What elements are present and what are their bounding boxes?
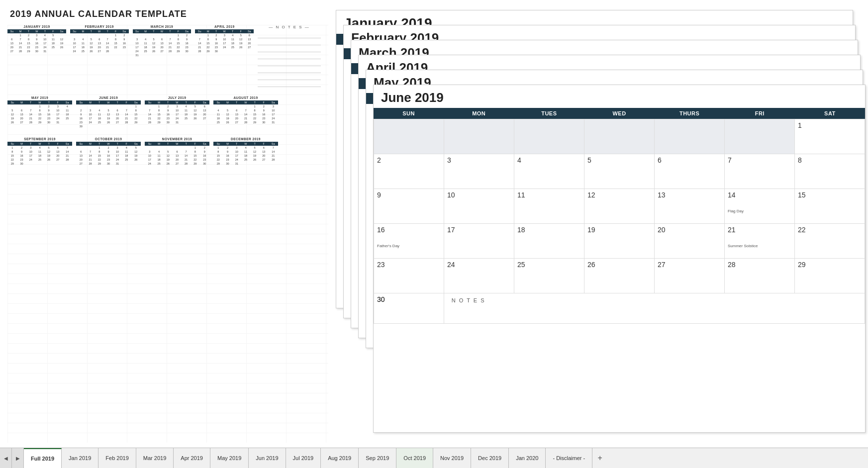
tab-item-sep-2019[interactable]: Sep 2019 xyxy=(359,448,396,468)
mini-cal-day: 21 xyxy=(86,158,95,162)
mini-cal-day: 22 xyxy=(191,158,199,162)
mini-cal-day: 31 xyxy=(173,120,182,124)
mini-cal-day xyxy=(166,53,174,57)
mini-cal-day: 24 xyxy=(268,116,278,120)
tab-item-full-2019[interactable]: Full 2019 xyxy=(24,448,62,468)
tab-item-oct-2019[interactable]: Oct 2019 xyxy=(396,448,433,468)
mini-cal-day xyxy=(220,49,228,53)
tab-item-jun-2019[interactable]: Jun 2019 xyxy=(249,448,286,468)
mini-cal-oct-title: OCTOBER 2019 xyxy=(76,137,141,141)
mini-cal-day: 14 xyxy=(268,150,278,154)
mini-cal-day: 10 xyxy=(41,37,49,41)
tab-prev-btn[interactable]: ◀ xyxy=(0,448,12,468)
mini-cal-day: 18 xyxy=(95,116,104,120)
mini-cal-apr-title: APRIL 2019 xyxy=(195,25,254,28)
notes-line-3[interactable] xyxy=(258,45,321,52)
mini-cal-day: 9 xyxy=(164,108,173,112)
mini-cal-day: 21 xyxy=(195,45,204,49)
mini-cal-day: 18 xyxy=(122,154,131,158)
mini-cal-day: 16 xyxy=(183,41,192,45)
mini-cal-day: 4 xyxy=(41,33,49,37)
mini-cal-day: 12 xyxy=(44,150,53,154)
tab-item-feb-2019[interactable]: Feb 2019 xyxy=(98,448,136,468)
mini-cal-day: 24 xyxy=(86,120,95,124)
tab-bar: ◀ ▶ Full 2019Jan 2019Feb 2019Mar 2019Apr… xyxy=(0,448,868,468)
mini-cal-day: 21 xyxy=(145,116,155,120)
notes-line-5[interactable] xyxy=(258,59,321,66)
jun-cell-21: 21Summer Solstice xyxy=(725,224,795,259)
mini-cal-day: 21 xyxy=(166,45,174,49)
mini-cal-day: 29 xyxy=(213,162,223,166)
mini-cal-day: 12 xyxy=(150,41,158,45)
mini-cal-day: 12 xyxy=(191,108,199,112)
mini-cal-day: 25 xyxy=(141,49,149,53)
mini-cal-day: 14 xyxy=(122,112,131,116)
mini-cal-day: 10 xyxy=(133,41,142,45)
mini-cal-day: 28 xyxy=(145,120,155,124)
mini-cal-day: 17 xyxy=(220,41,228,45)
notes-line-4[interactable] xyxy=(258,52,321,59)
notes-line-8[interactable] xyxy=(258,80,321,87)
mini-cal-day: 3 xyxy=(26,146,35,150)
mini-cal-day: 16 xyxy=(17,154,26,158)
mini-cal-day: 1 xyxy=(204,33,212,37)
mini-cal-day xyxy=(86,104,95,108)
mini-cal-day: 5 xyxy=(150,37,158,41)
mini-cal-day xyxy=(195,33,204,37)
mini-cal-day: 7 xyxy=(241,108,250,112)
notes-line-1[interactable] xyxy=(258,31,321,38)
tab-item-jul-2019[interactable]: Jul 2019 xyxy=(286,448,321,468)
mini-cal-day: 21 xyxy=(268,154,278,158)
mini-cal-aug-title: AUGUST 2019 xyxy=(213,96,278,99)
mini-cal-day: 28 xyxy=(62,158,72,162)
mini-cal-day xyxy=(62,162,72,166)
mini-cal-day: 27 xyxy=(76,162,86,166)
mini-cal-day: 15 xyxy=(111,41,119,45)
mini-cal-day: 16 xyxy=(44,112,53,116)
mini-cal-day: 21 xyxy=(26,116,35,120)
tab-add-btn[interactable]: + xyxy=(592,448,607,468)
tab-item-dec-2019[interactable]: Dec 2019 xyxy=(471,448,509,468)
jun-cell-27: 27 xyxy=(655,259,725,293)
mini-cal-day: 11 xyxy=(122,150,131,154)
mini-cal-day: 17 xyxy=(86,116,95,120)
tab-item-mar-2019[interactable]: Mar 2019 xyxy=(136,448,174,468)
notes-line-6[interactable] xyxy=(258,66,321,73)
tab-item-nov-2019[interactable]: Nov 2019 xyxy=(433,448,471,468)
mini-cal-day: 18 xyxy=(62,112,72,116)
mini-cal-day: 11 xyxy=(182,108,191,112)
mini-cal-day: 6 xyxy=(245,33,254,37)
mini-cal-day xyxy=(70,33,79,37)
mini-cal-day xyxy=(145,104,155,108)
notes-line-7[interactable] xyxy=(258,73,321,80)
notes-line-2[interactable] xyxy=(258,38,321,45)
jun-cell-14: 14Flag Day xyxy=(725,189,795,224)
tab-next-btn[interactable]: ▶ xyxy=(12,448,24,468)
tab-item-apr-2019[interactable]: Apr 2019 xyxy=(174,448,210,468)
mini-cal-day xyxy=(104,104,113,108)
mini-cal-day xyxy=(44,162,53,166)
mini-cal-day: 26 xyxy=(131,158,141,162)
notes-section: — N O T E S — xyxy=(258,25,321,87)
tab-item-may-2019[interactable]: May 2019 xyxy=(210,448,249,468)
mini-cal-day: 7 xyxy=(26,108,35,112)
mini-cal-day: 14 xyxy=(166,41,174,45)
mini-cal-day: 17 xyxy=(133,45,142,49)
mini-cal-day: 28 xyxy=(122,120,131,124)
mini-cal-day: 5 xyxy=(44,146,53,150)
mini-cal-day: 29 xyxy=(204,49,212,53)
mini-cal-day: 9 xyxy=(259,108,268,112)
tab-item-aug-2019[interactable]: Aug 2019 xyxy=(321,448,359,468)
mini-cal-day: 21 xyxy=(241,116,250,120)
mini-cal-day: 4 xyxy=(141,37,149,41)
tab-item---disclaimer--[interactable]: - Disclaimer - xyxy=(546,448,592,468)
mini-cal-day xyxy=(245,49,254,53)
mini-cal-day: 12 xyxy=(237,37,245,41)
mini-cal-day: 23 xyxy=(259,116,268,120)
tab-item-jan-2019[interactable]: Jan 2019 xyxy=(62,448,98,468)
mini-cal-day: 18 xyxy=(182,112,191,116)
mini-cal-day xyxy=(228,49,236,53)
tab-item-jan-2020[interactable]: Jan 2020 xyxy=(509,448,546,468)
mini-cal-jan-h5: F xyxy=(49,29,57,33)
mini-cal-day: 16 xyxy=(259,112,268,116)
